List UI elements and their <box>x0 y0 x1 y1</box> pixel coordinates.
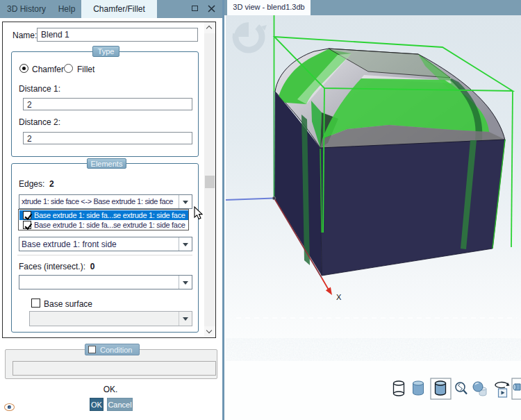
name-label: Name: <box>13 31 37 40</box>
close-icon <box>208 5 215 12</box>
noise-band <box>226 338 521 361</box>
condition-group-header: Condition <box>85 344 140 355</box>
chamfer-radio[interactable] <box>19 64 28 73</box>
distance2-label: Distance 2: <box>19 117 60 127</box>
shaded-edges-view-icon[interactable] <box>436 381 446 395</box>
scene-3d: X <box>224 15 521 420</box>
mouse-cursor <box>194 206 204 221</box>
dropdown-item-1-checkbox[interactable] <box>23 211 31 219</box>
face-combobox-arrow[interactable] <box>179 237 192 251</box>
edges-count: 2 <box>49 179 54 189</box>
base-surface-label[interactable]: Base surface <box>44 299 92 309</box>
faces-label: Faces (intersect.): 0 <box>19 262 94 271</box>
tab-help[interactable]: Help <box>53 0 81 18</box>
shaded-view-icon[interactable] <box>413 381 424 395</box>
chamfer-radio-label[interactable]: Chamfer <box>32 65 64 74</box>
dialog-scrollbar[interactable] <box>204 22 215 337</box>
shaded-hidden-view-icon[interactable] <box>473 382 486 396</box>
dropdown-item-2[interactable]: Base extrude 1: side fa...se extrude 1: … <box>19 220 188 230</box>
wireframe-view-icon[interactable] <box>394 381 404 396</box>
fillet-radio-label[interactable]: Fillet <box>77 65 94 74</box>
base-surface-combobox-arrow <box>179 312 192 326</box>
ok-button[interactable]: OK <box>90 398 104 411</box>
maximize-button[interactable] <box>188 3 201 15</box>
x-axis-arrowhead <box>326 287 332 295</box>
tab-3d-history[interactable]: 3D History <box>0 0 53 18</box>
condition-title: Condition <box>100 346 132 354</box>
scroll-up-button[interactable] <box>204 22 215 33</box>
view-tabbar: 3D view - blend1.3db <box>224 0 521 15</box>
extra-view-icon[interactable] <box>513 384 520 390</box>
edges-label: Edges: 2 <box>19 179 54 189</box>
dialog-tabbar: 3D History Help Chamfer/Fillet <box>0 0 222 18</box>
eye-icon[interactable] <box>4 403 15 411</box>
faces-combobox-arrow[interactable] <box>179 276 192 289</box>
distance2-input[interactable]: 2 <box>23 132 192 144</box>
scrollbar-thumb[interactable] <box>205 176 215 188</box>
distance1-label: Distance 1: <box>19 84 60 94</box>
x-axis-label: X <box>336 293 342 301</box>
compass-watermark <box>230 18 267 56</box>
faces-combobox[interactable] <box>19 275 192 289</box>
base-surface-combobox <box>29 311 192 326</box>
chevron-down-icon <box>206 328 212 333</box>
type-group-title: Type <box>92 46 119 57</box>
base-surface-checkbox[interactable] <box>31 299 40 308</box>
dropdown-item-2-checkbox[interactable] <box>23 221 31 229</box>
distance1-input[interactable]: 2 <box>23 98 192 110</box>
chevron-up-icon <box>206 26 212 31</box>
tab-3d-view[interactable]: 3D view - blend1.3db <box>227 0 311 15</box>
fillet-radio[interactable] <box>64 64 73 73</box>
model-front-face <box>320 140 505 276</box>
group-divider <box>17 255 192 255</box>
edge-combobox[interactable]: xtrude 1: side face <-> Base extrude 1: … <box>19 194 192 209</box>
view-toolbar <box>394 378 521 399</box>
origin-point <box>272 196 275 199</box>
face-combobox[interactable]: Base extrude 1: front side <box>19 237 192 251</box>
tab-chamfer-fillet[interactable]: Chamfer/Fillet <box>81 0 157 18</box>
application-window: { "left_panel": { "tabs": { "history": "… <box>0 0 521 420</box>
close-button[interactable] <box>205 3 217 15</box>
scroll-down-button[interactable] <box>204 326 215 337</box>
status-text: OK. <box>0 385 221 394</box>
condition-input <box>13 361 216 376</box>
edge-combobox-arrow[interactable] <box>179 195 192 208</box>
faces-count: 0 <box>90 262 95 271</box>
cancel-button[interactable]: Cancel <box>107 398 133 411</box>
condition-checkbox[interactable] <box>88 346 96 353</box>
zoom-extents-icon[interactable] <box>456 383 467 394</box>
elements-group-title: Elements <box>87 158 126 169</box>
y-axis <box>226 199 274 201</box>
dropdown-item-1[interactable]: Base extrude 1: side fa...se extrude 1: … <box>19 210 188 220</box>
rotate-animation-icon[interactable] <box>495 383 509 397</box>
edge-dropdown-list: Base extrude 1: side fa...se extrude 1: … <box>18 209 189 230</box>
maximize-icon <box>192 6 198 11</box>
name-input[interactable]: Blend 1 <box>37 28 198 42</box>
